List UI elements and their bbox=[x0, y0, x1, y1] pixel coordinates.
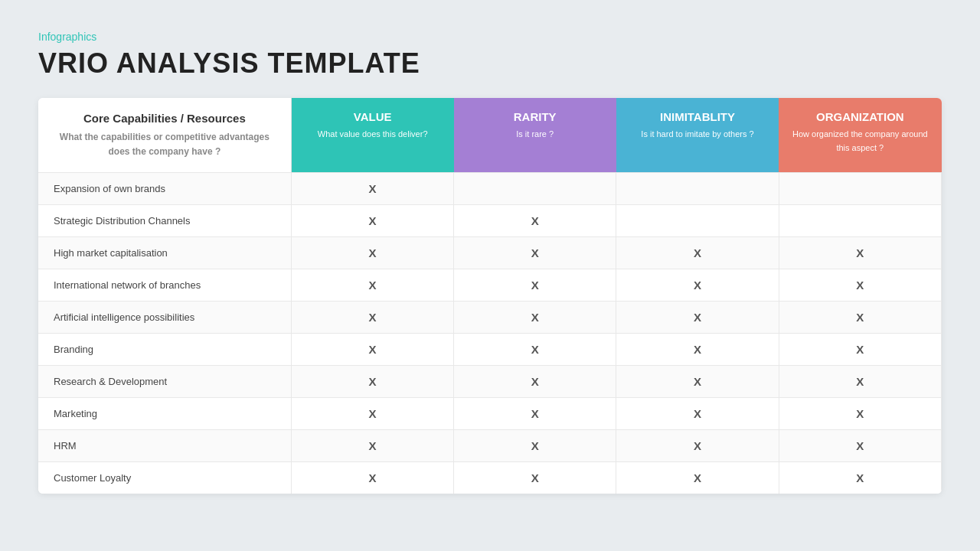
rarity-cell: X bbox=[454, 397, 616, 429]
subtitle: Infographics bbox=[38, 31, 942, 43]
rarity-cell: X bbox=[454, 204, 616, 236]
organization-cell: X bbox=[779, 333, 941, 365]
inimitability-header: INIMITABLITY Is it hard to imitate by ot… bbox=[616, 98, 779, 172]
organization-cell bbox=[779, 172, 941, 204]
rarity-subtitle: Is it rare ? bbox=[516, 129, 554, 139]
inimitability-cell: X bbox=[616, 301, 779, 333]
value-subtitle: What value does this deliver? bbox=[318, 129, 428, 139]
inimitability-subtitle: Is it hard to imitate by others ? bbox=[641, 129, 753, 139]
value-cell: X bbox=[291, 172, 453, 204]
inimitability-cell: X bbox=[616, 333, 779, 365]
table-row: BrandingXXXX bbox=[38, 333, 942, 365]
table-row: Strategic Distribution ChannelsXX bbox=[38, 204, 942, 236]
rarity-cell: X bbox=[454, 333, 616, 365]
value-header: VALUE What value does this deliver? bbox=[291, 98, 453, 172]
rarity-title: RARITY bbox=[462, 110, 609, 123]
rarity-header: RARITY Is it rare ? bbox=[454, 98, 616, 172]
capability-cell: Branding bbox=[38, 333, 291, 365]
inimitability-cell: X bbox=[616, 461, 779, 494]
value-title: VALUE bbox=[299, 110, 446, 123]
organization-cell bbox=[779, 204, 941, 236]
organization-cell: X bbox=[779, 236, 941, 269]
inimitability-cell bbox=[616, 172, 779, 204]
inimitability-cell: X bbox=[616, 236, 779, 269]
capability-cell: High market capitalisation bbox=[38, 236, 291, 269]
organization-cell: X bbox=[779, 397, 941, 429]
vrio-table: Core Capabilities / Resources What the c… bbox=[38, 98, 942, 494]
value-cell: X bbox=[291, 301, 453, 333]
organization-cell: X bbox=[779, 429, 941, 461]
organization-cell: X bbox=[779, 301, 941, 333]
page-title: VRIO ANALYSIS TEMPLATE bbox=[38, 47, 942, 80]
rarity-cell: X bbox=[454, 461, 616, 494]
core-capabilities-header: Core Capabilities / Resources What the c… bbox=[38, 98, 291, 172]
table-row: High market capitalisationXXXX bbox=[38, 236, 942, 269]
inimitability-cell: X bbox=[616, 397, 779, 429]
inimitability-cell: X bbox=[616, 269, 779, 301]
capability-cell: Customer Loyalty bbox=[38, 461, 291, 494]
capability-cell: Strategic Distribution Channels bbox=[38, 204, 291, 236]
table-row: International network of branchesXXXX bbox=[38, 269, 942, 301]
table-row: Expansion of own brandsX bbox=[38, 172, 942, 204]
value-cell: X bbox=[291, 429, 453, 461]
capability-cell: Marketing bbox=[38, 397, 291, 429]
rarity-cell: X bbox=[454, 365, 616, 397]
organization-header: ORGANIZATION How organized the company a… bbox=[779, 98, 941, 172]
organization-cell: X bbox=[779, 461, 941, 494]
core-sub-label: What the capabilities or competitive adv… bbox=[60, 132, 270, 157]
table-row: HRMXXXX bbox=[38, 429, 942, 461]
value-cell: X bbox=[291, 461, 453, 494]
value-cell: X bbox=[291, 204, 453, 236]
rarity-cell: X bbox=[454, 301, 616, 333]
value-cell: X bbox=[291, 397, 453, 429]
capability-cell: Research & Development bbox=[38, 365, 291, 397]
capability-cell: International network of branches bbox=[38, 269, 291, 301]
capability-cell: Expansion of own brands bbox=[38, 172, 291, 204]
table-row: MarketingXXXX bbox=[38, 397, 942, 429]
value-cell: X bbox=[291, 236, 453, 269]
inimitability-cell bbox=[616, 204, 779, 236]
inimitability-cell: X bbox=[616, 365, 779, 397]
organization-cell: X bbox=[779, 269, 941, 301]
capability-cell: Artificial intelligence possibilities bbox=[38, 301, 291, 333]
inimitability-title: INIMITABLITY bbox=[624, 110, 771, 123]
rarity-cell: X bbox=[454, 269, 616, 301]
organization-subtitle: How organized the company around this as… bbox=[792, 129, 928, 152]
organization-cell: X bbox=[779, 365, 941, 397]
core-main-label: Core Capabilities / Resources bbox=[54, 112, 276, 125]
value-cell: X bbox=[291, 365, 453, 397]
value-cell: X bbox=[291, 269, 453, 301]
table-row: Research & DevelopmentXXXX bbox=[38, 365, 942, 397]
value-cell: X bbox=[291, 333, 453, 365]
table-row: Customer LoyaltyXXXX bbox=[38, 461, 942, 494]
rarity-cell: X bbox=[454, 429, 616, 461]
rarity-cell bbox=[454, 172, 616, 204]
organization-title: ORGANIZATION bbox=[786, 110, 933, 123]
inimitability-cell: X bbox=[616, 429, 779, 461]
table-row: Artificial intelligence possibilitiesXXX… bbox=[38, 301, 942, 333]
rarity-cell: X bbox=[454, 236, 616, 269]
capability-cell: HRM bbox=[38, 429, 291, 461]
